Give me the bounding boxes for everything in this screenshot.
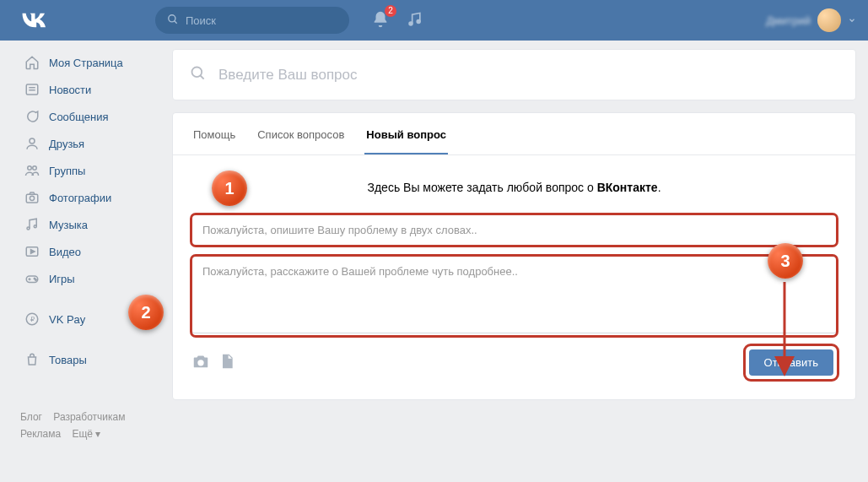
tab-new-question[interactable]: Новый вопрос [364,113,448,154]
body-field-wrap [191,256,837,336]
sidebar-item-video[interactable]: Видео [20,238,159,265]
sidebar-item-music[interactable]: Музыка [20,211,159,238]
sidebar-item-groups[interactable]: Группы [20,157,159,184]
sidebar-item-label: Игры [49,273,75,285]
svg-point-8 [28,166,32,171]
footer-links: Блог Разработчикам Реклама Ещё ▾ [20,409,159,442]
callout-3: 3 [768,243,803,279]
subject-input[interactable] [191,214,837,246]
sidebar-item-messages[interactable]: Сообщения [20,103,159,130]
svg-marker-15 [31,250,35,254]
sidebar-item-label: Музыка [49,219,88,231]
sidebar-item-label: Товары [49,354,87,366]
svg-line-1 [175,20,177,23]
form-heading: Здесь Вы можете задать любой вопрос о ВК… [191,181,837,194]
tab-help[interactable]: Помощь [191,113,237,154]
callout-2: 2 [128,295,164,330]
pay-icon: ₽ [24,311,40,328]
sidebar-item-photos[interactable]: Фотографии [20,184,159,211]
user-icon [24,135,40,152]
music-icon [24,216,40,233]
sidebar-item-label: Видео [49,246,81,258]
sidebar-item-label: Новости [49,84,91,96]
svg-point-23 [192,68,202,78]
global-search[interactable] [155,7,349,34]
sidebar-item-label: Друзья [49,138,84,150]
footer-link-blog[interactable]: Блог [20,409,42,425]
svg-point-12 [27,227,30,230]
vk-logo-icon[interactable] [20,8,46,33]
heading-prefix: Здесь Вы можете задать любой вопрос о [367,181,596,194]
video-icon [24,243,40,260]
tab-question-list[interactable]: Список вопросов [256,113,346,154]
question-search-input[interactable] [218,67,838,84]
heading-brand: ВКонтакте [597,181,658,194]
footer-link-developers[interactable]: Разработчикам [53,409,125,425]
top-header: 2 Дмитрий [0,0,868,41]
chat-icon [24,108,40,125]
submit-highlight: Отправить [746,346,837,379]
notification-badge: 2 [385,5,396,17]
notifications-button[interactable]: 2 [371,10,390,31]
sidebar-item-label: Группы [49,165,85,177]
avatar [817,8,841,32]
left-sidebar: Моя Страница Новости Сообщения Друзья Гр… [20,49,159,442]
body-textarea[interactable] [191,256,837,333]
svg-point-20 [35,279,37,281]
sidebar-item-label: Сообщения [49,111,109,123]
subject-field-wrap [191,214,837,246]
music-button[interactable] [407,11,423,30]
camera-icon [24,189,40,206]
bag-icon [24,351,40,368]
svg-point-0 [169,14,175,21]
svg-point-13 [34,225,36,228]
svg-point-11 [30,196,34,200]
home-icon [24,54,40,71]
users-icon [24,162,40,179]
news-icon [24,81,40,98]
search-icon [167,14,179,28]
attach-photo-icon[interactable] [191,352,210,373]
main-content: Помощь Список вопросов Новый вопрос Здес… [172,49,856,442]
footer-link-ads[interactable]: Реклама [20,425,61,442]
user-menu[interactable]: Дмитрий [766,8,856,32]
chevron-down-icon [848,14,856,27]
support-form-card: Помощь Список вопросов Новый вопрос Здес… [172,112,856,400]
callout-1: 1 [212,171,247,206]
svg-point-2 [409,22,412,25]
sidebar-item-my-page[interactable]: Моя Страница [20,49,159,76]
sidebar-item-news[interactable]: Новости [20,76,159,103]
tabs-bar: Помощь Список вопросов Новый вопрос [173,113,855,155]
heading-suffix: . [658,181,661,194]
svg-point-3 [417,19,420,23]
sidebar-item-label: Фотографии [49,192,111,204]
svg-text:₽: ₽ [30,316,35,323]
svg-line-24 [201,76,204,79]
attach-document-icon[interactable] [218,352,235,373]
question-search-card [172,49,856,100]
user-name: Дмитрий [766,14,811,27]
footer-link-more[interactable]: Ещё ▾ [72,425,100,442]
sidebar-item-label: VK Pay [49,313,85,326]
sidebar-item-goods[interactable]: Товары [20,346,159,373]
sidebar-item-friends[interactable]: Друзья [20,130,159,157]
svg-point-7 [30,138,35,144]
submit-button[interactable]: Отправить [749,349,833,376]
svg-point-9 [33,166,37,171]
search-icon [190,65,207,84]
sidebar-item-games[interactable]: Игры [20,265,159,292]
sidebar-item-label: Моя Страница [49,57,123,69]
global-search-input[interactable] [186,14,329,27]
gamepad-icon [24,270,40,287]
